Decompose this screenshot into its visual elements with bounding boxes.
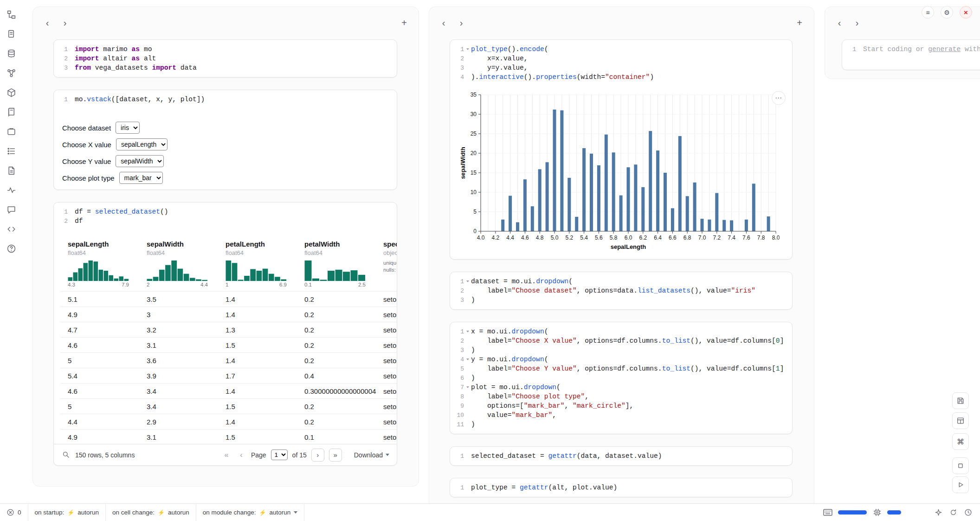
- snippets-icon[interactable]: [5, 223, 17, 235]
- table-column-header[interactable]: petalLengthfloat6416.9: [218, 240, 297, 291]
- bar-chart[interactable]: 4.04.24.44.64.85.05.25.45.65.86.06.26.46…: [459, 89, 780, 253]
- table-row[interactable]: 4.42.91.40.2setosa: [60, 414, 397, 429]
- table-row[interactable]: 4.63.11.50.2setosa: [60, 337, 397, 352]
- form-row: Choose Y valuesepalWidth: [62, 154, 397, 168]
- add-column-button[interactable]: +: [793, 17, 806, 29]
- notebook-column-2: ‹ › + 1plot_type().encode(2 x=x.value,3 …: [429, 7, 814, 518]
- cell-plot[interactable]: 1plot_type().encode(2 x=x.value,3 y=y.va…: [450, 39, 793, 260]
- table-search-icon[interactable]: [61, 450, 71, 460]
- fold-chevron-icon[interactable]: [466, 386, 469, 388]
- save-button[interactable]: [952, 392, 969, 409]
- code-editor-dataframe[interactable]: 1df = selected_dataset()2df: [54, 202, 397, 230]
- recent-runs-clock-icon[interactable]: [963, 508, 973, 517]
- page-select[interactable]: 1: [271, 449, 288, 460]
- on-cell-change-mode-button[interactable]: on cell change: ⚡ autorun: [106, 504, 196, 521]
- code-editor-vstack[interactable]: 1mo.vstack([dataset, x, y, plot]): [54, 90, 397, 109]
- fold-chevron-icon[interactable]: [466, 48, 469, 50]
- on-startup-mode-button[interactable]: on startup: ⚡ autorun: [28, 504, 106, 521]
- last-page-button[interactable]: »: [329, 449, 342, 462]
- errors-button[interactable]: 0: [0, 504, 28, 521]
- fold-chevron-icon[interactable]: [466, 358, 469, 360]
- settings-button[interactable]: ⚙: [941, 6, 953, 19]
- notebook-icon[interactable]: [5, 106, 17, 118]
- table-column-header[interactable]: speciesobjectuniquenulls:: [376, 240, 397, 291]
- table-footer: 150 rows, 5 columns « ‹ Page 1 of 15 › »…: [54, 444, 397, 465]
- status-bar: 0 on startup: ⚡ autorun on cell change: …: [0, 503, 980, 521]
- notebook-menu-button[interactable]: ≡: [922, 6, 934, 19]
- restart-kernel-icon[interactable]: [948, 508, 958, 517]
- first-page-button[interactable]: «: [221, 449, 232, 462]
- scratchpad-icon[interactable]: [5, 125, 17, 137]
- cell-dataframe[interactable]: 1df = selected_dataset()2df sepalLengthf…: [53, 202, 397, 466]
- move-column-right-button[interactable]: ›: [851, 17, 863, 29]
- ai-sparkle-icon[interactable]: [934, 508, 943, 517]
- table-cell: 3.5: [139, 295, 218, 303]
- cell-selected-dataset[interactable]: 1selected_dataset = getattr(data, datase…: [450, 446, 793, 466]
- table-row[interactable]: 4.93.11.50.1setosa: [60, 429, 397, 444]
- move-column-right-button[interactable]: ›: [455, 17, 467, 29]
- line-number: 3: [450, 65, 464, 72]
- generate-with-ai-link[interactable]: generate: [928, 46, 961, 53]
- cell-imports[interactable]: 1import marimo as mo2import altair as al…: [53, 39, 397, 78]
- table-row[interactable]: 4.63.41.40.30000000000000004setosa: [60, 383, 397, 398]
- table-row[interactable]: 4.931.40.2setosa: [60, 306, 397, 322]
- command-palette-button[interactable]: ⌘: [952, 433, 969, 450]
- move-column-left-button[interactable]: ‹: [438, 17, 450, 29]
- cell-xy-plot-dropdowns[interactable]: 1x = mo.ui.dropdown(2 label="Choose X va…: [450, 322, 793, 434]
- table-cell: 5: [60, 403, 139, 410]
- outline-icon[interactable]: [5, 145, 17, 157]
- x-value-dropdown[interactable]: sepalLength: [116, 138, 168, 150]
- table-cell: 0.4: [297, 372, 376, 380]
- chat-icon[interactable]: [5, 203, 17, 215]
- line-number: 10: [450, 412, 464, 419]
- add-column-button[interactable]: +: [398, 17, 410, 29]
- code-editor-xyplot[interactable]: 1x = mo.ui.dropdown(2 label="Choose X va…: [450, 322, 792, 434]
- shutdown-button[interactable]: ×: [960, 6, 972, 19]
- table-row[interactable]: 53.61.40.2setosa: [60, 352, 397, 368]
- app-frame-button[interactable]: [952, 457, 969, 474]
- help-icon[interactable]: [5, 242, 17, 254]
- code-editor-imports[interactable]: 1import marimo as mo2import altair as al…: [54, 40, 397, 77]
- code-editor-selected-dataset[interactable]: 1selected_dataset = getattr(data, datase…: [450, 447, 792, 465]
- next-page-button[interactable]: ›: [311, 449, 324, 462]
- chart-options-button[interactable]: ⋯: [772, 91, 786, 105]
- cell-plot-type[interactable]: 1plot_type = getattr(alt, plot.value): [450, 478, 793, 497]
- line-number: 1: [450, 453, 464, 460]
- plot-type-dropdown[interactable]: mark_bar: [119, 172, 163, 184]
- documentation-icon[interactable]: [5, 164, 17, 176]
- on-module-change-mode-button[interactable]: on module change: ⚡ autorun: [196, 504, 304, 521]
- code-editor-dataset[interactable]: 1dataset = mo.ui.dropdown(2 label="Choos…: [450, 272, 792, 309]
- table-row[interactable]: 5.13.51.40.2setosa: [60, 291, 397, 306]
- table-row[interactable]: 53.41.50.2setosa: [60, 398, 397, 414]
- layout-toggle-button[interactable]: [952, 412, 969, 429]
- code-editor-plot[interactable]: 1plot_type().encode(2 x=x.value,3 y=y.va…: [450, 40, 792, 86]
- column-name: sepalLength: [68, 240, 139, 249]
- move-column-right-button[interactable]: ›: [59, 17, 71, 29]
- cell-dataset-dropdown[interactable]: 1dataset = mo.ui.dropdown(2 label="Choos…: [450, 272, 793, 310]
- y-value-dropdown[interactable]: sepalWidth: [116, 155, 164, 167]
- download-button[interactable]: Download: [354, 451, 389, 459]
- prev-page-button[interactable]: ‹: [236, 449, 246, 462]
- data-table[interactable]: sepalLengthfloat644.37.9sepalWidthfloat6…: [60, 240, 397, 444]
- files-icon[interactable]: [5, 28, 17, 40]
- packages-icon[interactable]: [5, 86, 17, 98]
- code-editor-plot-type[interactable]: 1plot_type = getattr(alt, plot.value): [450, 478, 792, 497]
- fold-chevron-icon[interactable]: [466, 331, 469, 332]
- dataset-dropdown[interactable]: iris: [116, 122, 140, 134]
- datasources-icon[interactable]: [5, 47, 17, 59]
- new-empty-cell[interactable]: 1 Start coding or generate with AI.: [842, 39, 980, 70]
- move-column-left-button[interactable]: ‹: [41, 17, 53, 29]
- fold-chevron-icon[interactable]: [466, 280, 469, 282]
- keyboard-shortcuts-icon[interactable]: [823, 508, 832, 517]
- file-explorer-icon[interactable]: [5, 8, 17, 20]
- table-row[interactable]: 4.73.21.30.2setosa: [60, 322, 397, 337]
- cell-vstack[interactable]: 1mo.vstack([dataset, x, y, plot]) Choose…: [53, 90, 397, 190]
- table-column-header[interactable]: sepalWidthfloat6424.4: [139, 240, 218, 291]
- table-row[interactable]: 5.43.91.70.4setosa: [60, 368, 397, 383]
- table-column-header[interactable]: petalWidthfloat640.12.5: [297, 240, 376, 291]
- variables-icon[interactable]: [5, 67, 17, 79]
- logs-icon[interactable]: [5, 184, 17, 196]
- table-column-header[interactable]: sepalLengthfloat644.37.9: [60, 240, 139, 291]
- move-column-left-button[interactable]: ‹: [833, 17, 845, 29]
- run-all-button[interactable]: [952, 476, 969, 493]
